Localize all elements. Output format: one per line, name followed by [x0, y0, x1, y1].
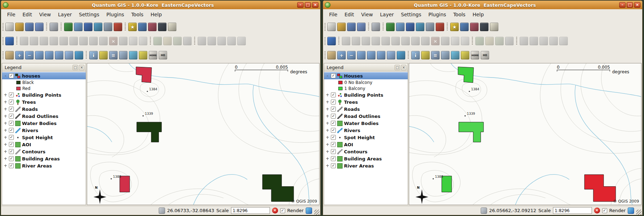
expander-icon[interactable]: + — [4, 142, 7, 147]
layer-checkbox[interactable]: ✓ — [9, 156, 14, 161]
undock-panel-icon[interactable]: □ — [73, 65, 78, 70]
capture-point-icon[interactable] — [20, 37, 28, 45]
legend-layer-road-outlines[interactable]: +✓Road Outlines — [2, 113, 86, 120]
zoom-last-icon[interactable] — [65, 51, 73, 59]
expander-icon[interactable]: + — [4, 100, 7, 104]
close-panel-icon[interactable]: × — [79, 65, 84, 70]
layer-checkbox[interactable]: ✓ — [9, 100, 14, 104]
open-project-icon[interactable] — [15, 23, 24, 31]
open-field-calculator-icon[interactable] — [237, 37, 246, 45]
close-button[interactable]: × — [312, 2, 318, 8]
show-map-tips-icon[interactable] — [139, 51, 147, 59]
menu-layer[interactable]: Layer — [55, 10, 75, 19]
legend-class-1-balcony[interactable]: 1 Balcony — [324, 85, 408, 91]
coordinate-capture-icon[interactable] — [159, 208, 165, 214]
scale-input[interactable] — [553, 207, 592, 214]
projection-icon[interactable] — [306, 208, 312, 214]
projection-icon[interactable] — [628, 208, 634, 214]
map-canvas[interactable]: 1384 1339 1388 N 0 0.005 degrees © QGIS … — [409, 63, 642, 205]
legend-class-red[interactable]: Red — [2, 85, 86, 91]
add-postgis-layer-icon[interactable] — [406, 23, 414, 31]
add-wms-layer-icon[interactable] — [94, 23, 102, 31]
add-island-icon[interactable] — [485, 37, 494, 45]
paste-features-icon[interactable] — [139, 37, 147, 45]
layer-checkbox[interactable]: ✓ — [9, 114, 14, 119]
measure-area-icon[interactable] — [451, 51, 459, 59]
capture-line-icon[interactable] — [352, 37, 360, 45]
map-canvas[interactable]: 1384 1339 1388 N 0 0.005 degrees © QGIS … — [87, 63, 320, 205]
node-tool-icon[interactable] — [69, 37, 78, 45]
scale-input[interactable] — [231, 207, 270, 214]
legend-layer-river-areas[interactable]: +✓River Areas — [2, 162, 86, 169]
map-tips-icon[interactable] — [168, 23, 176, 31]
legend-layer-river-areas[interactable]: +✓River Areas — [324, 162, 408, 169]
legend-class-black[interactable]: Black — [2, 79, 86, 85]
legend-layer-building-areas[interactable]: +✓Building Areas — [324, 155, 408, 162]
open-attribute-table-icon[interactable]: ≡ — [431, 51, 440, 59]
zoom-last-icon[interactable] — [387, 51, 395, 59]
layer-checkbox[interactable]: ✓ — [331, 121, 336, 126]
zoom-in-icon[interactable]: + — [337, 51, 346, 59]
in-overview-icon[interactable] — [470, 23, 479, 31]
zoom-to-selection-icon[interactable] — [357, 51, 366, 59]
move-vertex-icon[interactable] — [79, 37, 88, 45]
expander-icon[interactable]: + — [4, 135, 7, 140]
expander-icon[interactable]: - — [326, 73, 329, 78]
layer-checkbox[interactable]: ✓ — [331, 135, 336, 140]
minimize-button[interactable]: – — [297, 2, 304, 8]
coordinate-capture-icon[interactable] — [481, 208, 487, 214]
save-project-icon[interactable] — [347, 23, 356, 31]
new-vector-layer-icon[interactable] — [426, 23, 434, 31]
copy-features-icon[interactable] — [129, 37, 137, 45]
layer-checkbox[interactable]: ✓ — [331, 142, 336, 147]
expander-icon[interactable]: + — [326, 135, 329, 140]
layer-checkbox[interactable]: ✓ — [9, 135, 14, 140]
legend-class-0-no-balcony[interactable]: 0 No Balcony — [324, 79, 408, 85]
simplify-feature-icon[interactable] — [505, 37, 514, 45]
add-raster-layer-icon[interactable] — [74, 23, 83, 31]
close-panel-icon[interactable]: × — [401, 65, 406, 70]
expander-icon[interactable]: + — [326, 163, 329, 168]
cut-features-icon[interactable] — [119, 37, 128, 45]
merge-features-icon[interactable] — [540, 37, 548, 45]
close-button[interactable]: × — [634, 2, 640, 8]
menu-edit[interactable]: Edit — [341, 10, 357, 19]
add-island-icon[interactable] — [163, 37, 172, 45]
legend-layer-rivers[interactable]: +✓Rivers — [324, 127, 408, 134]
split-features-icon[interactable] — [382, 37, 390, 45]
add-wms-layer-icon[interactable] — [416, 23, 424, 31]
capture-line-icon[interactable] — [30, 37, 38, 45]
expander-icon[interactable]: + — [4, 107, 7, 112]
zoom-in-icon[interactable]: + — [15, 51, 24, 59]
zoom-to-layer-icon[interactable] — [55, 51, 63, 59]
legend-layer-trees[interactable]: +✓Trees — [324, 98, 408, 106]
expander-icon[interactable]: + — [4, 149, 7, 154]
legend-layer-contours[interactable]: +✓Contours — [2, 148, 86, 155]
maximize-button[interactable]: □ — [627, 2, 633, 8]
show-all-layers-icon[interactable] — [158, 23, 166, 31]
resize-grip[interactable] — [636, 210, 642, 215]
reshape-features-icon[interactable] — [173, 37, 182, 45]
title-bar[interactable]: Quantum GIS - 1.0.0-Kore EasternCapeVect… — [1, 1, 320, 9]
legend-layer-water-bodies[interactable]: +✓Water Bodies — [2, 120, 86, 127]
identify-features-icon[interactable]: i — [89, 51, 98, 59]
expander-icon[interactable]: + — [4, 128, 7, 133]
copy-features-icon[interactable] — [451, 37, 459, 45]
layer-checkbox[interactable]: ✓ — [9, 149, 14, 154]
legend-layer-building-points[interactable]: +✓Building Points — [324, 91, 408, 98]
menu-tools[interactable]: Tools — [128, 10, 147, 19]
undock-panel-icon[interactable]: □ — [395, 65, 400, 70]
title-bar[interactable]: Quantum GIS - 1.0.0-Kore EasternCapeVect… — [323, 1, 642, 9]
layer-checkbox[interactable]: ✓ — [331, 163, 336, 168]
zoom-out-icon[interactable]: − — [347, 51, 356, 59]
layer-checkbox[interactable]: ✓ — [331, 73, 336, 78]
legend-layer-aoi[interactable]: +✓AOI — [2, 141, 86, 148]
home-extent-icon[interactable]: HOME — [471, 51, 479, 59]
menu-layer[interactable]: Layer — [377, 10, 397, 19]
delete-ring-icon[interactable] — [520, 37, 528, 45]
layer-checkbox[interactable]: ✓ — [9, 142, 14, 147]
add-vector-layer-icon[interactable] — [64, 23, 73, 31]
add-ring-icon[interactable] — [153, 37, 162, 45]
expander-icon[interactable]: + — [326, 121, 329, 126]
zoom-out-icon[interactable]: − — [25, 51, 34, 59]
